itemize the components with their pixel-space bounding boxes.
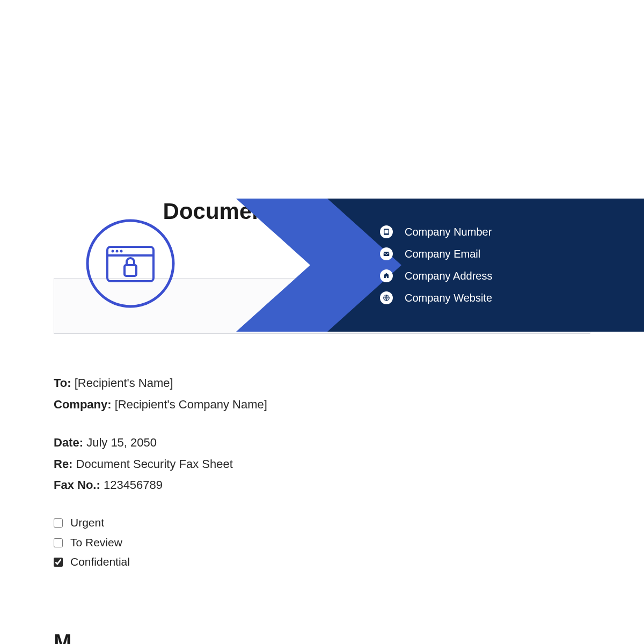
location-icon: [380, 269, 393, 282]
urgent-checkbox[interactable]: [54, 518, 63, 528]
lock-browser-icon: [85, 218, 176, 309]
svg-point-5: [120, 250, 123, 253]
email-icon: [380, 247, 393, 260]
review-label: To Review: [70, 533, 122, 553]
globe-icon: [380, 291, 393, 304]
check-urgent[interactable]: Urgent: [54, 513, 590, 533]
phone-icon: [380, 225, 393, 238]
company-logo: [85, 218, 176, 309]
to-label: To:: [54, 376, 71, 390]
confidential-checkbox[interactable]: [54, 558, 63, 567]
svg-point-4: [116, 250, 119, 253]
company-label: Company:: [54, 398, 112, 411]
contact-email-label: Company Email: [405, 248, 480, 260]
contact-website: Company Website: [380, 291, 492, 304]
company-contact-list: Company Number Company Email Company Add…: [380, 225, 492, 313]
date-label: Date:: [54, 436, 83, 449]
contact-address-label: Company Address: [405, 270, 492, 282]
fax-fields: To: [Recipient's Name] Company: [Recipie…: [54, 372, 590, 572]
cutoff-heading: M: [54, 630, 590, 644]
check-confidential[interactable]: Confidential: [54, 552, 590, 572]
confidential-label: Confidential: [70, 552, 130, 572]
re-label: Re:: [54, 457, 72, 471]
check-review[interactable]: To Review: [54, 533, 590, 553]
svg-point-0: [87, 221, 173, 306]
svg-rect-6: [125, 265, 136, 276]
contact-website-label: Company Website: [405, 292, 492, 304]
review-checkbox[interactable]: [54, 538, 63, 547]
contact-address: Company Address: [380, 269, 492, 282]
company-value: [Recipient's Company Name]: [115, 398, 267, 411]
faxno-label: Fax No.:: [54, 478, 100, 492]
urgent-label: Urgent: [70, 513, 104, 533]
date-value: July 15, 2050: [86, 436, 157, 449]
contact-phone-label: Company Number: [405, 226, 492, 238]
to-value: [Recipient's Name]: [75, 376, 173, 390]
header-band: Company Number Company Email Company Add…: [0, 199, 644, 332]
fax-cover-sheet: Company Number Company Email Company Add…: [0, 199, 644, 644]
svg-point-3: [112, 250, 114, 253]
contact-email: Company Email: [380, 247, 492, 260]
faxno-value: 123456789: [104, 478, 163, 492]
priority-checks: Urgent To Review Confidential: [54, 513, 590, 572]
contact-phone: Company Number: [380, 225, 492, 238]
re-value: Document Security Fax Sheet: [76, 457, 233, 471]
